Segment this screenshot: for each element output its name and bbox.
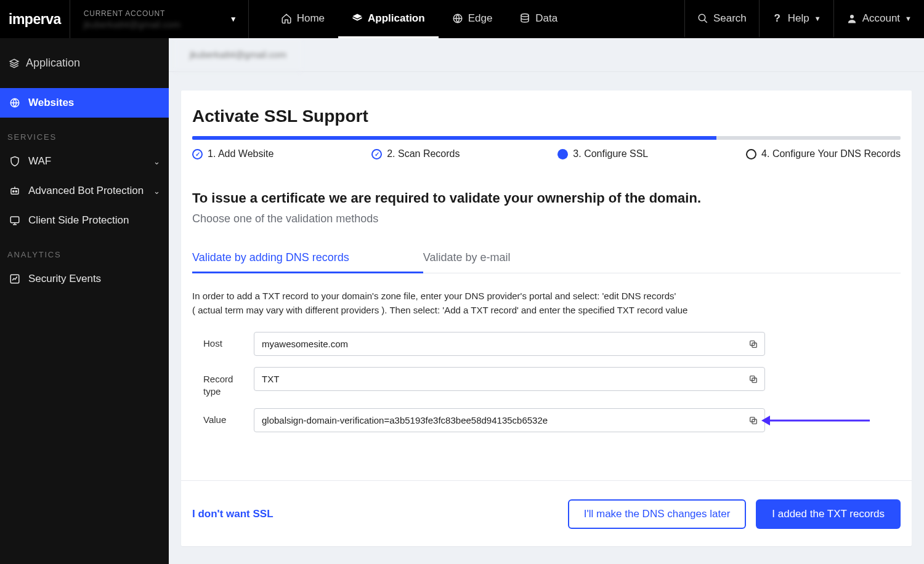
chart-icon (9, 273, 21, 285)
help-text-line: In order to add a TXT record to your dom… (192, 289, 901, 304)
field-input-wrap (254, 408, 765, 432)
field-label: Record type (203, 367, 240, 397)
nav-search[interactable]: Search (684, 0, 759, 38)
sidebar-header-label: Application (26, 57, 80, 70)
section-subheading: Choose one of the validation methods (181, 212, 912, 244)
nav-application-label: Application (368, 12, 425, 25)
chevron-down-icon: ▼ (230, 15, 237, 23)
field-record-type: Record type (203, 367, 901, 397)
button-label: I added the TXT records (772, 508, 885, 520)
svg-point-6 (13, 191, 14, 192)
nav-search-label: Search (713, 12, 747, 25)
user-icon (846, 13, 857, 24)
sidebar-item-client-side-protection[interactable]: Client Side Protection (0, 206, 169, 235)
nav-edge-label: Edge (468, 12, 493, 25)
step-scan-records: 2. Scan Records (371, 148, 460, 159)
button-dns-changes-later[interactable]: I'll make the DNS changes later (568, 499, 747, 529)
record-type-input[interactable] (254, 367, 765, 391)
chevron-down-icon: ⌄ (153, 157, 160, 166)
nav-home[interactable]: Home (267, 0, 338, 38)
step-configure-ssl: 3. Configure SSL (557, 148, 648, 159)
copy-icon[interactable] (747, 373, 760, 386)
button-label: I'll make the DNS changes later (584, 508, 731, 520)
sidebar-item-security-events[interactable]: Security Events (0, 264, 169, 294)
breadcrumb[interactable]: jkuberka84@gmail.com (175, 38, 301, 71)
sidebar-header: Application (0, 38, 169, 88)
home-icon (281, 13, 292, 24)
sidebar: Application Websites SERVICES WAF ⌄ Adva… (0, 38, 169, 564)
help-text-line: ( actual term may vary with different pr… (192, 304, 901, 318)
step-label: 3. Configure SSL (573, 148, 648, 159)
sidebar-item-label: Security Events (28, 273, 101, 285)
step-done-icon (371, 149, 382, 159)
brand-logo: imperva (9, 0, 70, 38)
current-account-selector[interactable]: CURRENT ACCOUNT jkuberka84@gmail.com ▼ (70, 0, 249, 38)
sidebar-item-websites[interactable]: Websites (0, 88, 169, 118)
layers-icon (9, 58, 20, 69)
page-title: Activate SSL Support (181, 107, 912, 136)
field-value: Value (203, 408, 901, 432)
top-nav: imperva CURRENT ACCOUNT jkuberka84@gmail… (0, 0, 924, 38)
link-label: I don't want SSL (192, 508, 274, 520)
svg-point-2 (699, 14, 705, 21)
top-nav-right: Search ? Help ▼ Account ▼ (684, 0, 924, 38)
button-added-txt-records[interactable]: I added the TXT records (756, 499, 901, 529)
stepper: 1. Add Website 2. Scan Records 3. Config… (181, 140, 912, 159)
step-active-icon (557, 149, 568, 159)
tab-validate-dns[interactable]: Validate by adding DNS records (192, 244, 423, 273)
tab-validate-email[interactable]: Validate by e-mail (423, 244, 585, 273)
nav-account-label: Account (862, 12, 900, 25)
current-account-value: jkuberka84@gmail.com (84, 19, 235, 30)
svg-rect-5 (11, 188, 18, 194)
chevron-down-icon: ▼ (814, 15, 821, 22)
field-label: Host (203, 332, 240, 348)
breadcrumb-bar: jkuberka84@gmail.com (169, 38, 924, 72)
sidebar-section-analytics: ANALYTICS (0, 235, 169, 264)
validation-tabs: Validate by adding DNS records Validate … (192, 244, 901, 273)
step-add-website: 1. Add Website (192, 148, 274, 159)
tab-label: Validate by adding DNS records (192, 251, 349, 264)
svg-point-7 (15, 191, 17, 192)
help-text: In order to add a TXT record to your dom… (181, 273, 912, 326)
footer-actions: I'll make the DNS changes later I added … (568, 499, 901, 529)
sidebar-section-services: SERVICES (0, 118, 169, 147)
field-input-wrap (254, 332, 765, 356)
copy-icon[interactable] (747, 337, 760, 351)
chevron-down-icon: ⌄ (153, 187, 160, 196)
host-input[interactable] (254, 332, 765, 356)
nav-help[interactable]: ? Help ▼ (759, 0, 833, 38)
section-heading: To issue a certificate we are required t… (181, 159, 912, 212)
top-nav-menu: Home Application Edge Data (249, 0, 572, 38)
step-todo-icon (746, 149, 756, 159)
sidebar-item-advanced-bot-protection[interactable]: Advanced Bot Protection ⌄ (0, 176, 169, 206)
step-progress-bar (192, 136, 901, 140)
svg-rect-8 (10, 217, 19, 223)
chevron-down-icon: ▼ (905, 15, 912, 22)
globe-icon (452, 13, 463, 24)
value-input[interactable] (254, 408, 765, 432)
sidebar-item-label: Websites (28, 97, 74, 109)
nav-edge[interactable]: Edge (439, 0, 506, 38)
step-progress-fill (192, 136, 716, 140)
svg-point-3 (850, 15, 854, 18)
layers-icon (352, 13, 363, 24)
copy-icon[interactable] (747, 414, 760, 427)
monitor-shield-icon (9, 214, 21, 227)
sidebar-item-label: Client Side Protection (28, 214, 129, 227)
annotation-arrow-line (765, 419, 870, 421)
help-icon: ? (772, 13, 783, 24)
step-label: 1. Add Website (208, 148, 274, 159)
card-footer: I don't want SSL I'll make the DNS chang… (181, 480, 912, 529)
nav-application[interactable]: Application (338, 0, 439, 38)
dns-record-fields: Host Record type (181, 326, 912, 456)
current-account-label: CURRENT ACCOUNT (84, 9, 235, 18)
link-dont-want-ssl[interactable]: I don't want SSL (192, 508, 274, 520)
step-label: 4. Configure Your DNS Records (761, 148, 901, 159)
field-host: Host (203, 332, 901, 356)
field-input-wrap (254, 367, 765, 391)
nav-data[interactable]: Data (506, 0, 571, 38)
sidebar-item-waf[interactable]: WAF ⌄ (0, 147, 169, 176)
nav-account[interactable]: Account ▼ (833, 0, 924, 38)
sidebar-item-label: Advanced Bot Protection (28, 185, 144, 197)
nav-help-label: Help (788, 12, 809, 25)
